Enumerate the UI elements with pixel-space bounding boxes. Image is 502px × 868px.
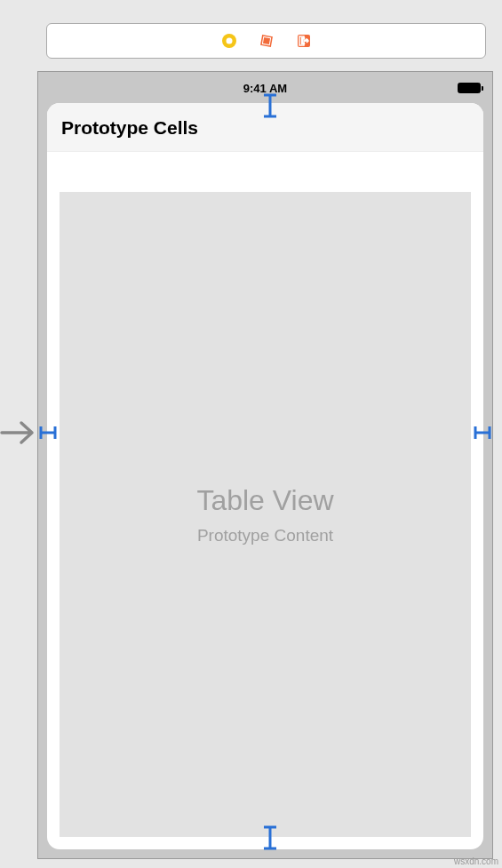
table-view-placeholder[interactable]: Table View Prototype Content: [60, 192, 471, 837]
scene-toolbar: [46, 23, 486, 59]
first-responder-icon[interactable]: [259, 33, 275, 49]
exit-icon[interactable]: [296, 33, 312, 49]
svg-rect-2: [260, 35, 273, 47]
device-inner: 9:41 AM Prototype Cells Table View Proto…: [43, 76, 488, 854]
view-controller-icon[interactable]: [221, 33, 237, 49]
battery-icon: [458, 83, 481, 93]
screen-content: Prototype Cells Table View Prototype Con…: [47, 103, 483, 849]
table-view-title: Table View: [196, 484, 333, 517]
prototype-cell[interactable]: [47, 152, 483, 195]
storyboard-entry-arrow-icon[interactable]: [0, 416, 39, 453]
constraint-handle-right-icon[interactable]: [474, 425, 491, 444]
constraint-handle-bottom-icon[interactable]: [262, 825, 278, 854]
watermark-text: wsxdn.com: [454, 856, 498, 866]
svg-point-1: [226, 38, 232, 44]
constraint-handle-top-icon[interactable]: [262, 93, 278, 122]
device-canvas-frame: 9:41 AM Prototype Cells Table View Proto…: [37, 71, 493, 859]
constraint-handle-left-icon[interactable]: [39, 425, 57, 444]
table-view-subtitle: Prototype Content: [197, 526, 333, 545]
